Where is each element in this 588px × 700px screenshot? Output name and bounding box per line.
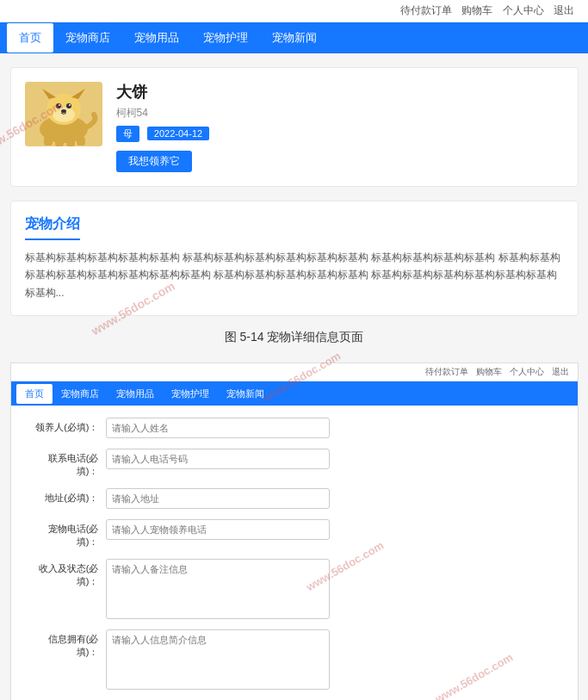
mini-nav-home[interactable]: 首页: [16, 384, 53, 404]
svg-point-10: [61, 109, 66, 113]
label-info: 信息拥有(必填)：: [28, 629, 106, 659]
main-nav: 首页 宠物商店 宠物用品 宠物护理 宠物新闻: [0, 22, 588, 53]
form-row-info: 信息拥有(必填)：: [28, 629, 560, 690]
svg-rect-11: [44, 137, 53, 146]
adopt-form-body: 领养人(必填)： 联系电话(必填)： 地址(必填)：: [11, 406, 578, 700]
svg-point-8: [59, 104, 60, 106]
mini-profile-link[interactable]: 个人中心: [510, 367, 544, 376]
svg-rect-12: [55, 139, 64, 146]
intro-title: 宠物介绍: [25, 215, 80, 240]
mini-nav-care[interactable]: 宠物护理: [163, 384, 218, 404]
nav-item-news[interactable]: 宠物新闻: [260, 23, 329, 53]
page-wrapper: www.56doc.com www.56doc.com www.56doc.co…: [0, 0, 588, 700]
mini-pending-link[interactable]: 待付款订单: [425, 367, 468, 376]
mini-nav: 首页 宠物商店 宠物用品 宠物护理 宠物新闻: [11, 381, 578, 406]
intro-text: 标基构标基构标基构标基构标基构 标基构标基构标基构标基构标基构标基构 标基构标基…: [25, 249, 564, 301]
svg-rect-13: [66, 139, 75, 146]
mini-logout-link[interactable]: 退出: [552, 367, 569, 376]
mini-nav-shop[interactable]: 宠物商店: [53, 384, 108, 404]
textarea-income[interactable]: [106, 559, 330, 619]
nav-item-care[interactable]: 宠物护理: [191, 23, 260, 53]
figure1-caption: 图 5-14 宠物详细信息页面: [0, 330, 588, 345]
pet-breed: 柯柯54: [116, 106, 564, 121]
label-phone: 联系电话(必填)：: [28, 449, 106, 478]
form-row-adopter: 领养人(必填)：: [28, 418, 560, 438]
svg-point-7: [66, 103, 71, 108]
mini-topbar: 待付款订单 购物车 个人中心 退出: [11, 363, 578, 381]
form-row-address: 地址(必填)：: [28, 488, 560, 509]
input-pet-phone[interactable]: [106, 519, 330, 540]
pet-intro-section: 宠物介绍 标基构标基构标基构标基构标基构 标基构标基构标基构标基构标基构标基构 …: [10, 201, 579, 316]
input-phone[interactable]: [106, 449, 330, 469]
svg-point-9: [69, 104, 71, 106]
input-adopter[interactable]: [106, 418, 330, 438]
pending-orders-link[interactable]: 待付款订单: [400, 4, 452, 16]
cart-link[interactable]: 购物车: [461, 4, 492, 16]
pet-gender-badge: 母: [116, 126, 139, 142]
pet-badges: 母 2022-04-12: [116, 126, 564, 147]
mini-cart-link[interactable]: 购物车: [476, 367, 502, 376]
pet-avatar: [25, 82, 102, 146]
svg-point-6: [56, 103, 61, 108]
profile-link[interactable]: 个人中心: [503, 4, 544, 16]
form-row-pet-phone: 宠物电话(必填)：: [28, 519, 560, 548]
nav-item-shop[interactable]: 宠物商店: [53, 23, 122, 53]
label-address: 地址(必填)：: [28, 488, 106, 505]
top-utility-bar: 待付款订单 购物车 个人中心 退出: [0, 0, 588, 22]
pet-name: 大饼: [116, 82, 564, 102]
logout-link[interactable]: 退出: [554, 4, 574, 16]
adopt-form-figure: 待付款订单 购物车 个人中心 退出 首页 宠物商店 宠物用品 宠物护理 宠物新闻…: [10, 362, 579, 700]
nav-item-supplies[interactable]: 宠物用品: [122, 23, 191, 53]
form-row-income: 收入及状态(必填)：: [28, 559, 560, 619]
pet-date-badge: 2022-04-12: [147, 127, 209, 140]
label-adopter: 领养人(必填)：: [28, 418, 106, 434]
adopt-button[interactable]: 我想领养它: [116, 151, 192, 172]
form-row-phone: 联系电话(必填)：: [28, 449, 560, 478]
nav-item-home[interactable]: 首页: [7, 23, 53, 53]
pet-info: 大饼 柯柯54 母 2022-04-12 我想领养它: [116, 82, 564, 172]
label-income: 收入及状态(必填)：: [28, 559, 106, 588]
input-address[interactable]: [106, 488, 330, 509]
pet-card: 大饼 柯柯54 母 2022-04-12 我想领养它: [25, 82, 564, 172]
textarea-info[interactable]: [106, 629, 330, 690]
mini-nav-supplies[interactable]: 宠物用品: [108, 384, 163, 404]
svg-rect-14: [77, 137, 85, 146]
pet-detail-section: 大饼 柯柯54 母 2022-04-12 我想领养它: [10, 67, 579, 187]
label-pet-phone: 宠物电话(必填)：: [28, 519, 106, 548]
mini-nav-news[interactable]: 宠物新闻: [218, 384, 273, 404]
